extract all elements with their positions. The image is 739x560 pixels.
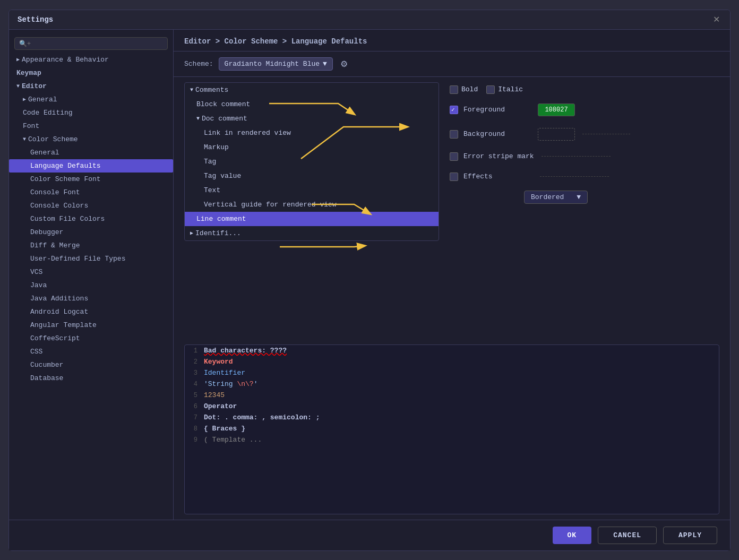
sidebar-item-java-additions[interactable]: Java Additions xyxy=(9,292,173,305)
effects-type-row: Bordered ▼ xyxy=(450,191,719,204)
close-button[interactable]: ✕ xyxy=(711,14,721,25)
search-input[interactable] xyxy=(14,37,168,50)
sidebar-item-custom-file-colors[interactable]: Custom File Colors xyxy=(9,212,173,226)
sidebar-item-font[interactable]: Font xyxy=(9,119,173,133)
dropdown-arrow-icon: ▼ xyxy=(323,60,327,68)
bold-checkbox-group[interactable]: Bold xyxy=(450,85,478,94)
effects-type-dropdown[interactable]: Bordered ▼ xyxy=(524,191,588,204)
arrow-icon: ▶ xyxy=(16,56,20,63)
tree-item-line-comment[interactable]: Line comment xyxy=(185,212,439,226)
background-label: Background xyxy=(463,130,532,138)
sidebar-item-console-colors[interactable]: Console Colors xyxy=(9,199,173,212)
main-content: Editor > Color Scheme > Language Default… xyxy=(174,30,730,520)
error-stripe-label: Error stripe mark xyxy=(463,152,534,160)
sidebar-item-debugger[interactable]: Debugger xyxy=(9,226,173,239)
arrow-icon: ▼ xyxy=(196,116,200,122)
error-stripe-row: Error stripe mark xyxy=(450,150,719,163)
sidebar-item-coffeescript[interactable]: CoffeeScript xyxy=(9,332,173,345)
bottom-bar: OK CANCEL APPLY xyxy=(9,520,730,550)
effects-divider xyxy=(540,176,609,177)
code-line-2: 2 Keyword xyxy=(185,356,719,367)
dialog-body: ▶ Appearance & Behavior Keymap ▼ Editor … xyxy=(9,30,730,520)
tree-item-block-comment[interactable]: Block comment xyxy=(185,97,439,111)
code-line-5: 5 12345 xyxy=(185,390,719,401)
sidebar-item-language-defaults[interactable]: Language Defaults xyxy=(9,159,173,173)
sidebar-item-code-editing[interactable]: Code Editing xyxy=(9,106,173,119)
code-preview: 1 Bad characters: ???? 2 Keyword 3 Ident… xyxy=(184,344,719,514)
italic-checkbox-group[interactable]: Italic xyxy=(486,85,523,94)
content-area: ▼ Comments Block comment ▼ Doc comment L… xyxy=(174,77,730,344)
dialog-title: Settings xyxy=(18,15,53,24)
code-line-4: 4 'String \n\?' xyxy=(185,378,719,390)
cancel-button[interactable]: CANCEL xyxy=(598,527,657,544)
sidebar: ▶ Appearance & Behavior Keymap ▼ Editor … xyxy=(9,30,174,520)
sidebar-item-vcs[interactable]: VCS xyxy=(9,265,173,279)
code-line-9: 9 ( Template ... xyxy=(185,434,719,445)
sidebar-item-general[interactable]: ▶ General xyxy=(9,93,173,106)
tree-panel: ▼ Comments Block comment ▼ Doc comment L… xyxy=(184,82,439,241)
sidebar-item-diff-merge[interactable]: Diff & Merge xyxy=(9,239,173,252)
sidebar-item-java[interactable]: Java xyxy=(9,279,173,292)
arrow-icon: ▼ xyxy=(190,87,193,93)
background-color-swatch[interactable] xyxy=(538,128,575,141)
arrow-icon: ▶ xyxy=(23,96,26,102)
error-stripe-divider xyxy=(542,156,611,157)
sidebar-item-appearance[interactable]: ▶ Appearance & Behavior xyxy=(9,53,173,66)
sidebar-item-android-logcat[interactable]: Android Logcat xyxy=(9,305,173,318)
tree-item-vertical-guide[interactable]: Vertical guide for rendered view xyxy=(185,197,439,212)
breadcrumb: Editor > Color Scheme > Language Default… xyxy=(174,30,730,51)
code-line-3: 3 Identifier xyxy=(185,367,719,378)
code-line-8: 8 { Braces } xyxy=(185,423,719,434)
tree-item-identifiers[interactable]: ▶ Identifi... xyxy=(185,226,439,240)
foreground-row: Foreground 108027 xyxy=(450,101,719,118)
foreground-color-swatch[interactable]: 108027 xyxy=(538,104,575,116)
sidebar-item-css[interactable]: CSS xyxy=(9,345,173,358)
background-divider xyxy=(582,134,630,134)
arrow-icon: ▼ xyxy=(23,136,26,142)
tree-item-link-rendered[interactable]: Link in rendered view xyxy=(185,126,439,140)
style-format-row: Bold Italic xyxy=(450,85,719,94)
italic-checkbox[interactable] xyxy=(486,85,495,94)
code-line-7: 7 Dot: . comma: , semicolon: ; xyxy=(185,412,719,423)
background-row: Background xyxy=(450,126,719,143)
settings-dialog: Settings ✕ ▶ Appearance & Behavior Keyma… xyxy=(8,10,731,551)
dialog-titlebar: Settings ✕ xyxy=(9,10,730,30)
sidebar-item-editor[interactable]: ▼ Editor xyxy=(9,80,173,93)
sidebar-item-database[interactable]: Database xyxy=(9,372,173,385)
gear-button[interactable]: ⚙ xyxy=(338,57,350,71)
sidebar-item-color-scheme-font[interactable]: Color Scheme Font xyxy=(9,173,173,186)
foreground-label: Foreground xyxy=(463,106,532,114)
arrow-icon: ▼ xyxy=(16,83,20,89)
options-panel: Bold Italic Foreground 108027 xyxy=(439,77,730,344)
tree-item-tag[interactable]: Tag xyxy=(185,154,439,169)
background-checkbox[interactable] xyxy=(450,130,458,139)
bold-checkbox[interactable] xyxy=(450,85,458,94)
sidebar-item-angular[interactable]: Angular Template xyxy=(9,318,173,332)
sidebar-item-cucumber[interactable]: Cucumber xyxy=(9,358,173,372)
sidebar-item-keymap[interactable]: Keymap xyxy=(9,66,173,80)
arrow-icon: ▶ xyxy=(190,230,193,236)
scheme-bar: Scheme: Gradianto Midnight Blue ▼ ⚙ xyxy=(174,51,730,77)
foreground-checkbox[interactable] xyxy=(450,106,458,114)
code-line-1: 1 Bad characters: ???? xyxy=(185,345,719,356)
search-bar xyxy=(9,34,173,53)
error-stripe-checkbox[interactable] xyxy=(450,152,458,161)
dropdown-chevron-icon: ▼ xyxy=(577,193,581,201)
sidebar-item-scheme-general[interactable]: General xyxy=(9,146,173,159)
bold-label: Bold xyxy=(461,85,478,93)
italic-label: Italic xyxy=(498,85,523,93)
tree-item-markup[interactable]: Markup xyxy=(185,140,439,154)
sidebar-item-color-scheme[interactable]: ▼ Color Scheme xyxy=(9,133,173,146)
apply-button[interactable]: APPLY xyxy=(663,527,717,544)
effects-label: Effects xyxy=(463,173,532,180)
sidebar-item-console-font[interactable]: Console Font xyxy=(9,186,173,199)
sidebar-item-user-defined[interactable]: User-Defined File Types xyxy=(9,252,173,265)
effects-checkbox[interactable] xyxy=(450,173,458,181)
tree-item-doc-comment[interactable]: ▼ Doc comment xyxy=(185,111,439,126)
tree-item-text[interactable]: Text xyxy=(185,183,439,197)
scheme-dropdown[interactable]: Gradianto Midnight Blue ▼ xyxy=(219,57,333,71)
effects-row: Effects xyxy=(450,170,719,183)
tree-item-comments[interactable]: ▼ Comments xyxy=(185,83,439,97)
ok-button[interactable]: OK xyxy=(553,527,592,544)
tree-item-tag-value[interactable]: Tag value xyxy=(185,169,439,183)
